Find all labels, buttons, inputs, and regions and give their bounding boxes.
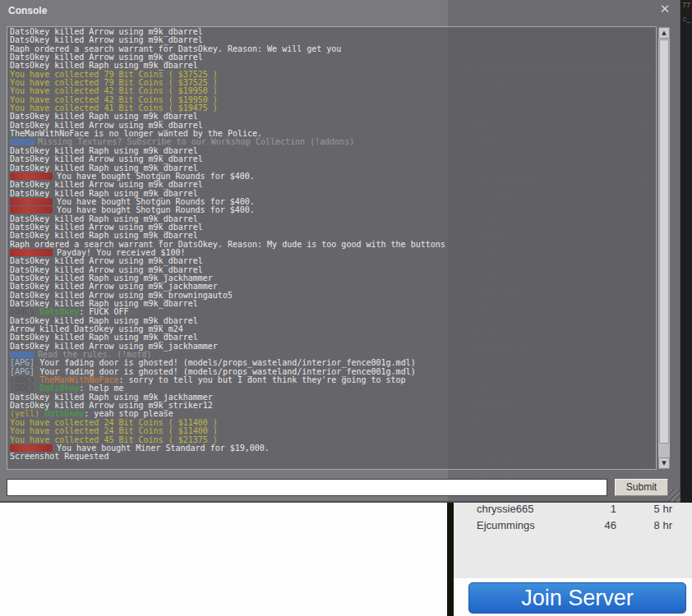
console-text-segment: Missing Textures? Subscribe to our Works…	[38, 137, 354, 146]
console-text-segment: Raph ordered a search warrant for DatsOk…	[10, 240, 445, 249]
console-text-segment: DatsOkey killed Raph using m9k_dbarrel	[10, 163, 198, 172]
join-server-label: Join Server	[521, 586, 634, 611]
console-text-segment: Your fading door is ghosted! (models/pro…	[35, 367, 416, 376]
submit-button[interactable]: Submit	[615, 479, 668, 496]
console-text-segment: You have collected 79 Bit Coins ( $37525…	[10, 78, 218, 87]
console-text-segment: DatsOkey killed Arrow using m9k_dbarrel	[10, 256, 203, 265]
console-text-segment: Your fading door is ghosted! (models/pro…	[35, 358, 416, 367]
console-text-segment: TheManWithNoFace	[39, 375, 118, 384]
scrollbar-thumb[interactable]	[659, 39, 669, 444]
console-line: Screenshot Requested	[10, 453, 656, 461]
screen: ► XenoRP | [M9K] [Vape] [Med] [Wor 45.79…	[0, 0, 692, 616]
console-text-segment: DatsOkey killed Arrow using m9k_striker1…	[10, 401, 213, 410]
console-text-segment: You have bought Shotgun Rounds for $400.	[57, 172, 255, 181]
server-tag-red	[10, 249, 53, 256]
console-text-segment: DatsOkey killed Arrow using m9k_dbarrel	[10, 121, 203, 130]
console-text-segment: : FUCK OFF	[79, 307, 128, 316]
console-text-segment: DatsOkey killed Raph using m9k_dbarrel	[10, 333, 198, 342]
console-text-segment: You have collected 45 Bit Coins ( $21375…	[10, 435, 218, 444]
console-text-segment: DatsOkey killed Arrow using m9k_dbarrel	[10, 265, 203, 274]
server-tag-red	[10, 172, 53, 180]
console-text-segment: Read the rules. (!motd)	[38, 350, 151, 359]
console-text-segment: DatsOkey killed Raph using m9k_dbarrel	[10, 231, 198, 240]
console-text-segment: DatsOkey killed Arrow using m9k_jackhamm…	[10, 282, 218, 291]
console-text-segment: (yell)	[10, 409, 44, 418]
server-tag-red	[10, 444, 53, 452]
player-row: chryssie66515 hr	[454, 503, 692, 519]
close-icon[interactable]: ✕	[658, 2, 671, 16]
cell-name: Ejcummings	[477, 519, 535, 531]
cell-score: 1	[611, 503, 616, 515]
console-text-segment: DatsOkey killed Raph using m9k_dbarrel	[10, 214, 198, 223]
console-titlebar[interactable]: Console ✕	[0, 0, 680, 21]
console-text-segment: You have collected 24 Bit Coins ( $11400…	[10, 418, 218, 427]
console-text-segment: DatsOkey killed Arrow using m9k_dbarrel	[10, 27, 203, 36]
player-row: Ejcummings468 hr	[454, 519, 692, 536]
console-text-segment: DatsOkey killed Raph using m9k_jackhamme…	[10, 393, 213, 402]
console-text-segment: You have collected 41 Bit Coins ( $19475…	[10, 103, 218, 113]
console-text-segment: DatsOkey killed Raph using m9k_dbarrel	[10, 189, 198, 198]
console-text-segment: DatsOkey	[44, 409, 84, 418]
console-title: Console	[8, 5, 47, 16]
page-edge-dark: 77 c_	[680, 0, 692, 503]
scroll-up-icon[interactable]: ▲	[658, 27, 670, 39]
console-scrollbar[interactable]: ▲ ▼	[658, 27, 670, 469]
server-tag-blue	[10, 352, 35, 358]
console-window: Console ✕ DatsOkey killed Arrow using m9…	[0, 0, 680, 503]
console-text-segment: DatsOkey killed Raph using m9k_dbarrel	[10, 61, 198, 70]
console-text-segment: : sorry to tell you but I dont think the…	[118, 375, 405, 384]
console-text-segment: You have collected 79 Bit Coins ( $37525…	[10, 70, 218, 79]
join-server-button[interactable]: Join Server	[468, 582, 686, 614]
console-text-segment: DatsOkey killed Raph using m9k_dbarrel	[10, 112, 198, 121]
game-screenshot-strip	[447, 503, 454, 616]
console-text-segment: You have collected 42 Bit Coins ( $19950…	[10, 95, 218, 104]
edge-text-fragment: c_	[683, 15, 691, 23]
console-text-segment: DatsOkey killed Arrow using m9k_dbarrel	[10, 223, 203, 232]
console-text-segment: Screenshot Requested	[10, 452, 108, 461]
cell-time: 8 hr	[654, 519, 672, 531]
scroll-down-icon[interactable]: ▼	[658, 457, 670, 469]
console-text-segment: [APG]	[10, 358, 35, 367]
console-text-segment: (OOC)	[10, 307, 39, 316]
server-tag-red	[10, 206, 53, 214]
server-tag-blue	[10, 139, 35, 145]
console-text-segment: DatsOkey killed Raph using m9k_dbarrel	[10, 316, 198, 325]
console-text-segment: DatsOkey killed Arrow using m9k_dbarrel	[10, 154, 203, 163]
player-table-visible: chryssie66515 hrEjcummings468 hr	[454, 503, 692, 536]
console-output[interactable]: DatsOkey killed Arrow using m9k_dbarrelD…	[7, 26, 657, 470]
console-text-segment: DatsOkey killed Arrow using m9k_dbarrel	[10, 53, 203, 62]
console-text-segment: DatsOkey killed Arrow using m9k_browning…	[10, 291, 233, 300]
console-text-segment: DatsOkey killed Raph using m9k_dbarrel	[10, 299, 198, 308]
edge-text-fragment: 77	[682, 1, 690, 9]
console-text-segment: (OOC)	[10, 384, 39, 393]
console-text-segment: Payday! You received $100!	[57, 248, 186, 257]
console-text-segment: TheManWithNoFace is no longer wanted by …	[10, 129, 262, 138]
console-text-segment: DatsOkey killed Arrow using m9k_dbarrel	[10, 35, 203, 44]
console-text-segment: You have collected 42 Bit Coins ( $19950…	[10, 86, 218, 95]
console-text-segment: DatsOkey	[39, 384, 79, 393]
cell-time: 5 hr	[654, 503, 672, 515]
console-text-segment: Arrow killed DatsOkey using m9k_m24	[10, 324, 183, 333]
server-tag-red	[10, 198, 53, 205]
console-text-segment: You have bought Shotgun Rounds for $400.	[57, 205, 255, 214]
cell-name: chryssie665	[477, 503, 533, 515]
console-text-segment: Raph ordered a search warrant for DatsOk…	[10, 44, 341, 53]
console-text-segment: : help me	[79, 384, 123, 393]
console-text-segment: : yeah stop please	[84, 409, 173, 418]
players-panel: chryssie66515 hrEjcummings468 hr	[454, 503, 692, 578]
console-text-segment: DatsOkey killed Raph using m9k_dbarrel	[10, 146, 198, 155]
console-input[interactable]	[7, 479, 607, 496]
console-text-segment: [APG]	[10, 367, 35, 376]
console-text-segment: You have bought Shotgun Rounds for $400.	[57, 197, 255, 206]
resize-grip-icon[interactable]	[668, 490, 680, 502]
console-text-segment: DatsOkey killed Arrow using m9k_dbarrel	[10, 180, 203, 189]
console-text-segment: DatsOkey killed Arrow using m9k_jackhamm…	[10, 342, 218, 351]
console-text-segment: You have collected 24 Bit Coins ( $11400…	[10, 426, 218, 435]
console-text-segment: (OOC)	[10, 375, 39, 384]
console-text-segment: DatsOkey	[39, 307, 79, 316]
console-text-segment: DatsOkey killed Raph using m9k_jackhamme…	[10, 274, 213, 283]
console-text-segment: You have bought Miner Standard for $19,0…	[57, 444, 270, 453]
cell-score: 46	[605, 519, 616, 531]
